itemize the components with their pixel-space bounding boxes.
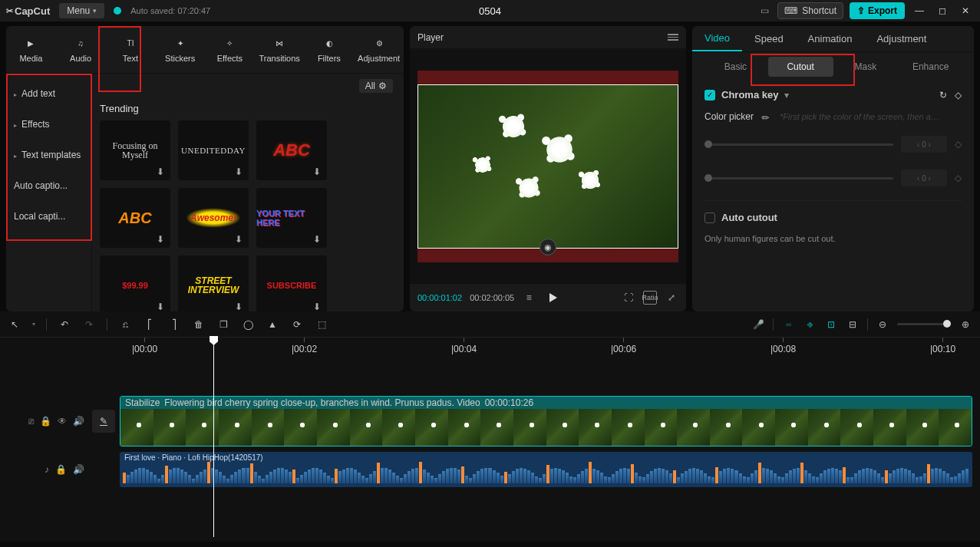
tab-adjustment[interactable]: ⚙Adjustment [354,26,404,73]
autocutout-checkbox[interactable] [704,213,715,223]
sidebar-item[interactable]: Local capti... [6,201,91,232]
shadow-slider[interactable]: ‹ 0 ›◇ [704,166,962,189]
timeline-ruler[interactable]: |00:00|00:02|00:04|00:06|00:08|00:10 [123,338,980,356]
template-thumb[interactable]: UNEDITEDDAY⬇ [178,120,249,180]
tab-effects[interactable]: ✧Effects [205,26,255,73]
layout-icon[interactable]: ▭ [757,4,771,18]
playhead[interactable] [213,338,214,537]
template-thumb[interactable]: YOUR TEXT HERE⬇ [256,188,327,248]
inspector-tab-video[interactable]: Video [692,26,742,51]
menu-button[interactable]: Menu [59,3,104,18]
inspector-tab-animation[interactable]: Animation [796,26,865,51]
record-icon[interactable]: ◯ [241,318,255,331]
mirror-icon[interactable]: ▲ [266,318,279,331]
audio-track-icon[interactable]: ♪ [45,464,49,475]
chroma-checkbox[interactable]: ✓ [704,90,715,101]
keyframe-icon[interactable]: ◇ [955,90,962,101]
lock-icon[interactable]: 🔒 [55,464,67,475]
play-button[interactable] [549,293,557,302]
video-preview[interactable]: ◉ [417,84,678,249]
link-icon[interactable]: ⎆ [803,318,817,331]
download-icon[interactable]: ⬇ [235,302,246,311]
download-icon[interactable]: ⬇ [313,166,324,177]
trim-right-icon[interactable]: ⎤ [167,318,181,331]
text-sidebar: Add textEffectsText templatesAuto captio… [6,74,92,311]
template-thumb[interactable]: Awesome!⬇ [178,188,249,248]
eyedropper-icon[interactable]: ✎ [759,109,774,124]
subtab-cutout[interactable]: Cutout [768,57,833,77]
template-thumb[interactable]: $99.99⬇ [100,255,170,311]
delete-icon[interactable]: 🗑 [192,318,206,331]
intensity-slider[interactable]: ‹ 0 ›◇ [704,133,962,156]
svg-text:⋈: ⋈ [276,39,283,48]
audio-clip[interactable]: First love · Piano · Lofi HipHop(1420517… [120,452,972,487]
undo-icon[interactable]: ↶ [58,318,71,331]
template-thumb[interactable]: ABC⬇ [256,120,327,180]
prev-frame-icon[interactable]: ≡ [522,291,536,305]
zoom-in-icon[interactable]: ⊕ [959,318,972,331]
snap-icon[interactable]: ⊡ [824,318,838,331]
tab-media[interactable]: ▶Media [6,26,56,73]
download-icon[interactable]: ⬇ [157,234,167,245]
rotate-icon[interactable]: ⟳ [290,318,304,331]
tab-text[interactable]: TIText [106,26,156,73]
mic-icon[interactable]: 🎤 [751,318,765,331]
download-icon[interactable]: ⬇ [157,166,167,177]
download-icon[interactable]: ⬇ [235,234,246,245]
split-icon[interactable]: ⎌ [118,318,132,331]
snapshot-icon[interactable]: ◉ [539,239,556,255]
template-thumb[interactable]: SUBSCRIBE⬇ [256,255,327,311]
eye-icon[interactable]: 👁 [58,416,67,427]
video-clip[interactable]: StabilizeFlowering bird cherry spring cl… [120,396,972,446]
edit-track-icon[interactable]: ✎ [92,410,115,433]
sidebar-item[interactable]: Auto captio... [6,170,91,201]
mixer-icon[interactable]: ⎚ [28,416,34,427]
chevron-down-icon[interactable]: ▾ [784,90,789,101]
trim-left-icon[interactable]: ⎡ [143,318,157,331]
ratio-button[interactable]: Ratio [643,291,657,305]
export-button[interactable]: ⇪Export [850,2,905,19]
lock-icon[interactable]: 🔒 [40,416,51,427]
subtab-enhance[interactable]: Enhance [898,57,963,77]
mute-icon[interactable]: 🔊 [73,464,84,475]
crop-icon[interactable]: ⬚ [315,318,328,331]
magnet-icon[interactable]: ⎓ [781,318,795,331]
close-button[interactable]: ✕ [957,2,974,19]
subtab-mask[interactable]: Mask [833,57,899,77]
sidebar-item[interactable]: Text templates [6,140,91,170]
tab-transitions[interactable]: ⋈Transitions [255,26,305,73]
sidebar-item[interactable]: Add text [6,78,91,109]
tab-stickers[interactable]: ✦Stickers [155,26,205,73]
download-icon[interactable]: ⬇ [235,166,246,177]
template-thumb[interactable]: Focusing on Myself⬇ [100,120,170,180]
select-tool-icon[interactable]: ↖ [8,318,21,331]
sidebar-item[interactable]: Effects [6,109,91,140]
download-icon[interactable]: ⬇ [313,234,324,245]
player-viewport[interactable]: ◉ [410,49,686,284]
inspector-tab-adjustment[interactable]: Adjustment [864,26,939,51]
maximize-button[interactable]: ◻ [934,2,951,19]
zoom-out-icon[interactable]: ⊖ [876,318,889,331]
tab-audio[interactable]: ♫Audio [56,26,106,73]
shortcut-button[interactable]: ⌨Shortcut [777,2,843,19]
scan-icon[interactable]: ⛶ [622,291,635,305]
filter-icon: ⚙ [378,81,387,91]
download-icon[interactable]: ⬇ [313,302,324,311]
clip-name: Flowering bird cherry spring close-up, b… [164,397,480,408]
mute-icon[interactable]: 🔊 [73,416,84,427]
zoom-slider[interactable] [897,323,951,325]
inspector-tab-speed[interactable]: Speed [742,26,796,51]
reset-icon[interactable]: ↻ [939,90,947,101]
download-icon[interactable]: ⬇ [157,302,167,311]
redo-icon[interactable]: ↷ [82,318,96,331]
filter-button[interactable]: All⚙ [359,79,393,93]
fullscreen-icon[interactable]: ⤢ [665,291,678,305]
player-menu-icon[interactable] [668,34,678,41]
align-icon[interactable]: ⊟ [846,318,860,331]
template-thumb[interactable]: STREETINTERVIEW⬇ [178,255,249,311]
subtab-basic[interactable]: Basic [703,57,768,77]
minimize-button[interactable]: — [911,2,928,19]
tab-filters[interactable]: ◐Filters [305,26,355,73]
copy-icon[interactable]: ❐ [216,318,230,331]
template-thumb[interactable]: ABC⬇ [100,188,170,248]
